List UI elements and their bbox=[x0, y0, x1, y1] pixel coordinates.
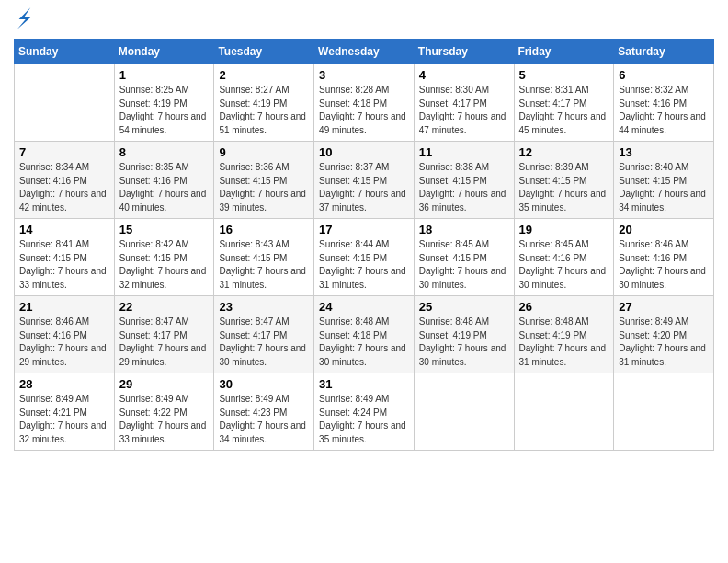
calendar-cell: 15Sunrise: 8:42 AMSunset: 4:15 PMDayligh… bbox=[114, 219, 214, 296]
calendar-cell: 28Sunrise: 8:49 AMSunset: 4:21 PMDayligh… bbox=[15, 373, 115, 451]
day-number: 25 bbox=[419, 300, 509, 314]
calendar-cell: 11Sunrise: 8:38 AMSunset: 4:15 PMDayligh… bbox=[414, 142, 514, 219]
day-info: Sunrise: 8:39 AMSunset: 4:15 PMDaylight:… bbox=[519, 161, 609, 214]
day-info: Sunrise: 8:49 AMSunset: 4:23 PMDaylight:… bbox=[219, 393, 309, 446]
calendar-cell: 26Sunrise: 8:48 AMSunset: 4:19 PMDayligh… bbox=[514, 296, 614, 373]
day-number: 23 bbox=[219, 300, 309, 314]
calendar-cell: 9Sunrise: 8:36 AMSunset: 4:15 PMDaylight… bbox=[214, 142, 314, 219]
day-info: Sunrise: 8:31 AMSunset: 4:17 PMDaylight:… bbox=[519, 84, 609, 137]
calendar-cell: 30Sunrise: 8:49 AMSunset: 4:23 PMDayligh… bbox=[214, 373, 314, 451]
calendar-cell: 8Sunrise: 8:35 AMSunset: 4:16 PMDaylight… bbox=[114, 142, 214, 219]
page-header bbox=[14, 9, 714, 31]
calendar-cell: 16Sunrise: 8:43 AMSunset: 4:15 PMDayligh… bbox=[214, 219, 314, 296]
calendar-cell: 2Sunrise: 8:27 AMSunset: 4:19 PMDaylight… bbox=[214, 64, 314, 142]
day-number: 16 bbox=[219, 223, 309, 236]
day-info: Sunrise: 8:47 AMSunset: 4:17 PMDaylight:… bbox=[119, 316, 210, 369]
day-info: Sunrise: 8:46 AMSunset: 4:16 PMDaylight:… bbox=[619, 238, 709, 292]
day-number: 3 bbox=[319, 68, 409, 82]
calendar-table: SundayMondayTuesdayWednesdayThursdayFrid… bbox=[14, 39, 714, 451]
header-day-wednesday: Wednesday bbox=[314, 40, 415, 64]
day-info: Sunrise: 8:45 AMSunset: 4:15 PMDaylight:… bbox=[419, 238, 509, 292]
calendar-cell bbox=[614, 373, 714, 451]
day-number: 10 bbox=[319, 145, 409, 159]
calendar-cell: 14Sunrise: 8:41 AMSunset: 4:15 PMDayligh… bbox=[15, 219, 115, 296]
day-number: 11 bbox=[419, 145, 509, 159]
calendar-week-3: 14Sunrise: 8:41 AMSunset: 4:15 PMDayligh… bbox=[15, 219, 714, 296]
day-number: 31 bbox=[319, 377, 409, 391]
calendar-cell: 3Sunrise: 8:28 AMSunset: 4:18 PMDaylight… bbox=[314, 64, 415, 142]
day-info: Sunrise: 8:25 AMSunset: 4:19 PMDaylight:… bbox=[119, 84, 210, 137]
day-number: 18 bbox=[419, 223, 509, 236]
calendar-cell: 31Sunrise: 8:49 AMSunset: 4:24 PMDayligh… bbox=[314, 373, 415, 451]
calendar-cell: 20Sunrise: 8:46 AMSunset: 4:16 PMDayligh… bbox=[614, 219, 714, 296]
calendar-week-5: 28Sunrise: 8:49 AMSunset: 4:21 PMDayligh… bbox=[15, 373, 714, 451]
day-info: Sunrise: 8:37 AMSunset: 4:15 PMDaylight:… bbox=[319, 161, 409, 214]
day-number: 2 bbox=[219, 68, 309, 82]
day-info: Sunrise: 8:49 AMSunset: 4:20 PMDaylight:… bbox=[619, 316, 709, 369]
calendar-cell: 12Sunrise: 8:39 AMSunset: 4:15 PMDayligh… bbox=[514, 142, 614, 219]
day-info: Sunrise: 8:27 AMSunset: 4:19 PMDaylight:… bbox=[219, 84, 309, 137]
day-number: 12 bbox=[519, 145, 609, 159]
day-number: 5 bbox=[519, 68, 609, 82]
calendar-cell: 4Sunrise: 8:30 AMSunset: 4:17 PMDaylight… bbox=[414, 64, 514, 142]
day-info: Sunrise: 8:41 AMSunset: 4:15 PMDaylight:… bbox=[19, 238, 109, 292]
day-number: 20 bbox=[619, 223, 709, 236]
calendar-cell: 5Sunrise: 8:31 AMSunset: 4:17 PMDaylight… bbox=[514, 64, 614, 142]
calendar-body: 1Sunrise: 8:25 AMSunset: 4:19 PMDaylight… bbox=[15, 64, 714, 451]
day-number: 17 bbox=[319, 223, 409, 236]
day-info: Sunrise: 8:36 AMSunset: 4:15 PMDaylight:… bbox=[219, 161, 309, 214]
calendar-cell: 7Sunrise: 8:34 AMSunset: 4:16 PMDaylight… bbox=[15, 142, 115, 219]
day-number: 28 bbox=[19, 377, 109, 391]
day-info: Sunrise: 8:48 AMSunset: 4:19 PMDaylight:… bbox=[519, 316, 609, 369]
day-number: 13 bbox=[619, 145, 709, 159]
calendar-cell bbox=[514, 373, 614, 451]
calendar-cell: 6Sunrise: 8:32 AMSunset: 4:16 PMDaylight… bbox=[614, 64, 714, 142]
calendar-cell bbox=[414, 373, 514, 451]
day-info: Sunrise: 8:49 AMSunset: 4:22 PMDaylight:… bbox=[119, 393, 210, 446]
calendar-cell bbox=[15, 64, 115, 142]
svg-marker-0 bbox=[17, 7, 30, 29]
day-number: 22 bbox=[119, 300, 210, 314]
day-info: Sunrise: 8:42 AMSunset: 4:15 PMDaylight:… bbox=[119, 238, 210, 292]
calendar-week-2: 7Sunrise: 8:34 AMSunset: 4:16 PMDaylight… bbox=[15, 142, 714, 219]
calendar-week-1: 1Sunrise: 8:25 AMSunset: 4:19 PMDaylight… bbox=[15, 64, 714, 142]
calendar-cell: 24Sunrise: 8:48 AMSunset: 4:18 PMDayligh… bbox=[314, 296, 415, 373]
day-info: Sunrise: 8:48 AMSunset: 4:19 PMDaylight:… bbox=[419, 316, 509, 369]
calendar-cell: 27Sunrise: 8:49 AMSunset: 4:20 PMDayligh… bbox=[614, 296, 714, 373]
day-info: Sunrise: 8:30 AMSunset: 4:17 PMDaylight:… bbox=[419, 84, 509, 137]
logo-icon bbox=[16, 6, 32, 31]
calendar-cell: 23Sunrise: 8:47 AMSunset: 4:17 PMDayligh… bbox=[214, 296, 314, 373]
calendar-cell: 25Sunrise: 8:48 AMSunset: 4:19 PMDayligh… bbox=[414, 296, 514, 373]
day-number: 30 bbox=[219, 377, 309, 391]
day-info: Sunrise: 8:45 AMSunset: 4:16 PMDaylight:… bbox=[519, 238, 609, 292]
day-number: 1 bbox=[119, 68, 210, 82]
calendar-cell: 29Sunrise: 8:49 AMSunset: 4:22 PMDayligh… bbox=[114, 373, 214, 451]
day-info: Sunrise: 8:44 AMSunset: 4:15 PMDaylight:… bbox=[319, 238, 409, 292]
day-number: 9 bbox=[219, 145, 309, 159]
day-number: 27 bbox=[619, 300, 709, 314]
day-info: Sunrise: 8:35 AMSunset: 4:16 PMDaylight:… bbox=[119, 161, 210, 214]
day-number: 6 bbox=[619, 68, 709, 82]
day-info: Sunrise: 8:40 AMSunset: 4:15 PMDaylight:… bbox=[619, 161, 709, 214]
calendar-header: SundayMondayTuesdayWednesdayThursdayFrid… bbox=[15, 40, 714, 64]
calendar-cell: 17Sunrise: 8:44 AMSunset: 4:15 PMDayligh… bbox=[314, 219, 415, 296]
calendar-cell: 21Sunrise: 8:46 AMSunset: 4:16 PMDayligh… bbox=[15, 296, 115, 373]
day-number: 14 bbox=[19, 223, 109, 236]
day-number: 4 bbox=[419, 68, 509, 82]
day-number: 15 bbox=[119, 223, 210, 236]
header-row: SundayMondayTuesdayWednesdayThursdayFrid… bbox=[15, 40, 714, 64]
header-day-monday: Monday bbox=[114, 40, 214, 64]
header-day-thursday: Thursday bbox=[414, 40, 514, 64]
calendar-week-4: 21Sunrise: 8:46 AMSunset: 4:16 PMDayligh… bbox=[15, 296, 714, 373]
calendar-cell: 19Sunrise: 8:45 AMSunset: 4:16 PMDayligh… bbox=[514, 219, 614, 296]
day-number: 21 bbox=[19, 300, 109, 314]
day-info: Sunrise: 8:47 AMSunset: 4:17 PMDaylight:… bbox=[219, 316, 309, 369]
day-info: Sunrise: 8:46 AMSunset: 4:16 PMDaylight:… bbox=[19, 316, 109, 369]
day-info: Sunrise: 8:43 AMSunset: 4:15 PMDaylight:… bbox=[219, 238, 309, 292]
header-day-saturday: Saturday bbox=[614, 40, 714, 64]
day-number: 19 bbox=[519, 223, 609, 236]
day-number: 26 bbox=[519, 300, 609, 314]
day-info: Sunrise: 8:28 AMSunset: 4:18 PMDaylight:… bbox=[319, 84, 409, 137]
day-number: 8 bbox=[119, 145, 210, 159]
header-day-friday: Friday bbox=[514, 40, 614, 64]
